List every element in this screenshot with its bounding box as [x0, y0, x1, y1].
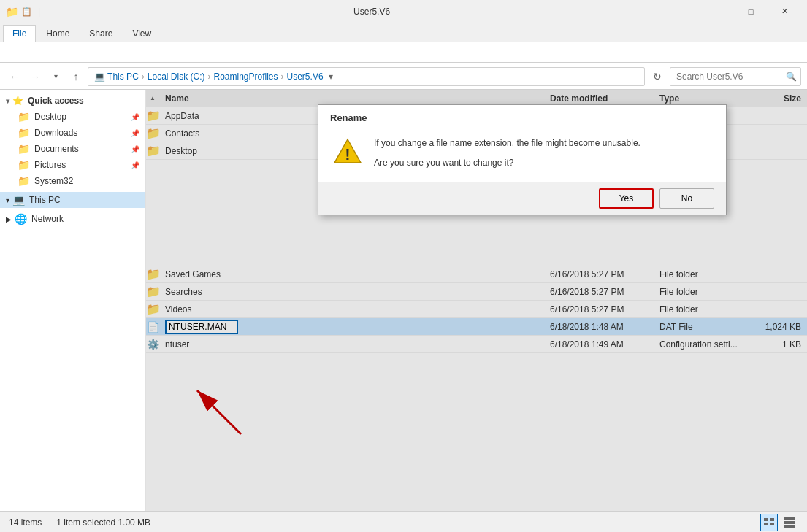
svg-rect-7 — [770, 523, 774, 525]
thispc-label: This PC — [29, 195, 61, 205]
warning-icon: ! — [333, 136, 362, 166]
dialog-footer: Yes No — [318, 182, 726, 215]
view-controls — [760, 514, 798, 531]
file-list: ▲ Name Date modified Type Size 📁 AppData… — [146, 90, 807, 511]
breadcrumb-sep1: › — [142, 72, 145, 82]
address-path[interactable]: 💻 This PC › Local Disk (C:) › RoamingPro… — [88, 67, 645, 86]
title-separator: | — [38, 7, 40, 17]
back-button[interactable]: ← — [6, 68, 23, 85]
tab-file[interactable]: File — [3, 25, 36, 42]
svg-rect-6 — [764, 523, 768, 525]
quick-access-icon: 📁 — [6, 6, 18, 18]
breadcrumb-user5v6[interactable]: User5.V6 — [287, 72, 324, 82]
tab-share[interactable]: Share — [80, 25, 122, 42]
minimize-button[interactable]: − — [700, 0, 734, 23]
dialog-title: Rename — [318, 105, 726, 128]
window-controls: − □ ✕ — [700, 0, 801, 23]
sidebar-item-thispc[interactable]: ▾ 💻 This PC — [0, 192, 145, 208]
large-icons-view-icon — [784, 517, 795, 528]
svg-rect-8 — [784, 517, 795, 520]
rename-dialog: Rename ! If you change a file name exten… — [318, 104, 727, 215]
breadcrumb-roamingprofiles[interactable]: RoamingProfiles — [213, 72, 278, 82]
dropdown-nav-button[interactable]: ▾ — [47, 68, 64, 85]
downloads-label: Downloads — [34, 128, 77, 138]
quickaccess-icon: ⭐ — [12, 96, 23, 106]
details-view-button[interactable] — [760, 514, 778, 531]
system32-folder-icon: 📁 — [18, 175, 30, 187]
svg-rect-9 — [784, 521, 795, 524]
breadcrumb-sep3: › — [281, 72, 284, 82]
title-bar-icons: 📁 📋 | — [6, 6, 43, 18]
sidebar-item-pictures[interactable]: 📁 Pictures 📌 — [0, 157, 145, 173]
svg-text:!: ! — [345, 145, 350, 163]
breadcrumb-sep2: › — [207, 72, 210, 82]
dialog-secondary-text: Are you sure you want to change it? — [374, 156, 711, 170]
svg-rect-5 — [770, 518, 774, 521]
title-bar: 📁 📋 | User5.V6 − □ ✕ — [0, 0, 807, 23]
documents-folder-icon: 📁 — [18, 143, 30, 155]
svg-rect-10 — [784, 525, 795, 528]
dialog-overlay: Rename ! If you change a file name exten… — [146, 90, 807, 511]
maximize-button[interactable]: □ — [734, 0, 768, 23]
dialog-main-text: If you change a file name extension, the… — [374, 136, 711, 150]
network-arrow: ▶ — [6, 215, 12, 223]
ribbon: File Home Share View — [0, 23, 807, 63]
sidebar-item-documents[interactable]: 📁 Documents 📌 — [0, 141, 145, 157]
pictures-label: Pictures — [34, 160, 66, 170]
desktop-label: Desktop — [34, 112, 66, 122]
desktop-pin-icon: 📌 — [131, 113, 139, 121]
downloads-pin-icon: 📌 — [131, 129, 139, 137]
sidebar-item-downloads[interactable]: 📁 Downloads 📌 — [0, 125, 145, 141]
sidebar-section-quickaccess: ▾ ⭐ Quick access 📁 Desktop 📌 📁 Downloads… — [0, 93, 145, 189]
svg-rect-4 — [764, 518, 768, 521]
search-input[interactable] — [676, 72, 786, 82]
search-box[interactable]: 🔍 — [670, 67, 801, 86]
thispc-arrow: ▾ — [6, 196, 9, 204]
pictures-folder-icon: 📁 — [18, 159, 30, 171]
quickaccess-label: Quick access — [28, 96, 84, 106]
ribbon-tabs: File Home Share View — [0, 23, 807, 42]
item-count: 14 items — [9, 517, 42, 528]
tab-view[interactable]: View — [123, 25, 161, 42]
address-bar: ← → ▾ ↑ 💻 This PC › Local Disk (C:) › Ro… — [0, 63, 807, 90]
dialog-body: ! If you change a file name extension, t… — [318, 128, 726, 182]
pictures-pin-icon: 📌 — [131, 161, 139, 169]
sidebar-item-system32[interactable]: 📁 System32 — [0, 173, 145, 189]
breadcrumb-thispc[interactable]: 💻 This PC — [94, 72, 139, 82]
forward-button[interactable]: → — [26, 68, 44, 85]
sidebar: ▾ ⭐ Quick access 📁 Desktop 📌 📁 Downloads… — [0, 90, 146, 511]
documents-label: Documents — [34, 144, 79, 154]
sidebar-section-thispc: ▾ 💻 This PC — [0, 192, 145, 208]
network-icon: 🌐 — [15, 213, 27, 225]
system32-label: System32 — [34, 176, 73, 186]
no-button[interactable]: No — [659, 188, 714, 209]
properties-icon[interactable]: 📋 — [21, 7, 32, 17]
address-dropdown-arrow[interactable]: ▾ — [324, 67, 338, 86]
sidebar-item-desktop[interactable]: 📁 Desktop 📌 — [0, 109, 145, 125]
sidebar-header-quickaccess[interactable]: ▾ ⭐ Quick access — [0, 93, 145, 109]
sidebar-section-network: ▶ 🌐 Network — [0, 211, 145, 227]
search-icon: 🔍 — [786, 72, 797, 82]
dialog-message: If you change a file name extension, the… — [374, 136, 711, 170]
downloads-folder-icon: 📁 — [18, 127, 30, 139]
network-label: Network — [31, 214, 64, 224]
tab-home[interactable]: Home — [37, 25, 79, 42]
window-title: User5.V6 — [43, 7, 700, 17]
refresh-button[interactable]: ↻ — [648, 67, 667, 86]
documents-pin-icon: 📌 — [131, 145, 139, 153]
sidebar-item-network[interactable]: ▶ 🌐 Network — [0, 211, 145, 227]
up-button[interactable]: ↑ — [67, 68, 85, 85]
breadcrumb-localdisk[interactable]: Local Disk (C:) — [148, 72, 205, 82]
selection-info: 1 item selected 1.00 MB — [56, 517, 150, 528]
status-bar: 14 items 1 item selected 1.00 MB — [0, 511, 807, 532]
desktop-folder-icon: 📁 — [18, 111, 30, 123]
ribbon-content — [0, 42, 807, 63]
main-layout: ▾ ⭐ Quick access 📁 Desktop 📌 📁 Downloads… — [0, 90, 807, 511]
yes-button[interactable]: Yes — [599, 188, 654, 209]
quickaccess-arrow: ▾ — [6, 97, 9, 105]
large-icons-button[interactable] — [781, 514, 798, 531]
close-button[interactable]: ✕ — [768, 0, 801, 23]
thispc-icon: 💻 — [12, 194, 25, 206]
details-view-icon — [763, 517, 775, 528]
